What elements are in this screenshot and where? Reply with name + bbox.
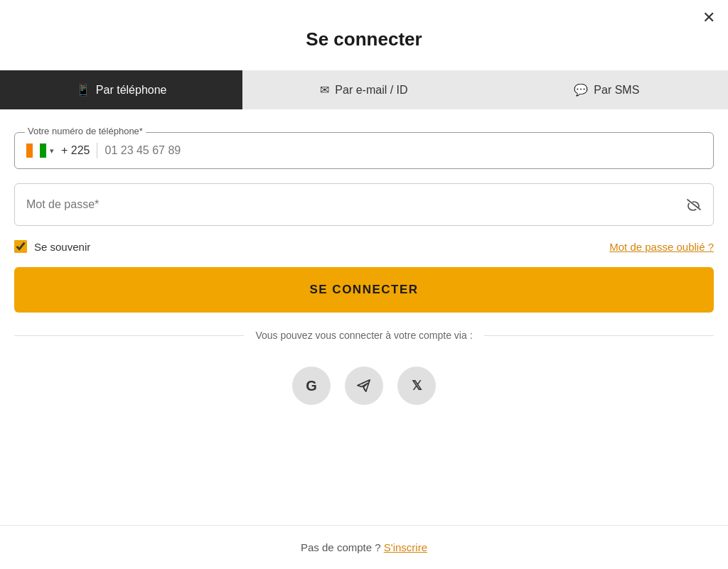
remember-left: Se souvenir <box>14 240 90 253</box>
login-modal: ✕ Se connecter 📱 Par téléphone ✉ Par e-m… <box>0 0 728 569</box>
modal-title: Se connecter <box>0 0 728 70</box>
x-icon: 𝕏 <box>412 378 422 394</box>
flag-ivory-coast <box>26 143 46 158</box>
phone-field-container: Votre numéro de téléphone* ▾ + 225 <box>14 132 714 169</box>
social-divider-text: Vous pouvez vous connecter à votre compt… <box>255 330 472 341</box>
sms-tab-label: Par SMS <box>594 84 639 97</box>
tab-email[interactable]: ✉ Par e-mail / ID <box>242 70 485 109</box>
eye-off-icon <box>686 198 702 211</box>
close-button[interactable]: ✕ <box>702 10 715 26</box>
no-account-text: Pas de compte ? <box>301 541 381 553</box>
phone-tab-icon: 📱 <box>76 83 90 97</box>
phone-divider <box>97 143 97 158</box>
social-divider-row: Vous pouvez vous connecter à votre compt… <box>14 330 714 341</box>
phone-input-row: ▾ + 225 <box>26 143 702 158</box>
password-field-container <box>14 183 714 226</box>
tab-phone[interactable]: 📱 Par téléphone <box>0 70 242 109</box>
toggle-password-button[interactable] <box>686 198 702 211</box>
telegram-login-button[interactable] <box>345 367 383 405</box>
social-icons-row: G 𝕏 <box>14 367 714 405</box>
tab-sms[interactable]: 💬 Par SMS <box>486 70 728 109</box>
twitter-login-button[interactable]: 𝕏 <box>397 367 436 405</box>
remember-label[interactable]: Se souvenir <box>34 241 90 253</box>
chevron-down-icon: ▾ <box>50 146 54 156</box>
telegram-icon <box>356 379 372 393</box>
divider-line-right <box>484 335 714 336</box>
modal-footer: Pas de compte ? S'inscrire <box>0 525 728 569</box>
password-input[interactable] <box>26 198 678 211</box>
phone-field-label: Votre numéro de téléphone* <box>25 126 146 136</box>
sms-tab-icon: 💬 <box>574 83 588 97</box>
signup-link[interactable]: S'inscrire <box>384 541 427 553</box>
login-form: Votre numéro de téléphone* ▾ + 225 <box>0 109 728 432</box>
tab-bar: 📱 Par téléphone ✉ Par e-mail / ID 💬 Par … <box>0 70 728 109</box>
google-login-button[interactable]: G <box>292 367 331 405</box>
email-tab-icon: ✉ <box>320 83 329 97</box>
email-tab-label: Par e-mail / ID <box>335 84 407 97</box>
remember-row: Se souvenir Mot de passe oublié ? <box>14 240 714 253</box>
country-code: + 225 <box>61 144 90 157</box>
forgot-password-link[interactable]: Mot de passe oublié ? <box>609 241 714 253</box>
phone-tab-label: Par téléphone <box>96 84 167 97</box>
google-icon: G <box>306 378 317 394</box>
country-selector[interactable]: ▾ <box>26 143 54 158</box>
phone-input[interactable] <box>105 144 702 157</box>
connect-button[interactable]: SE CONNECTER <box>14 267 714 313</box>
remember-checkbox[interactable] <box>14 240 27 253</box>
divider-line-left <box>14 335 244 336</box>
